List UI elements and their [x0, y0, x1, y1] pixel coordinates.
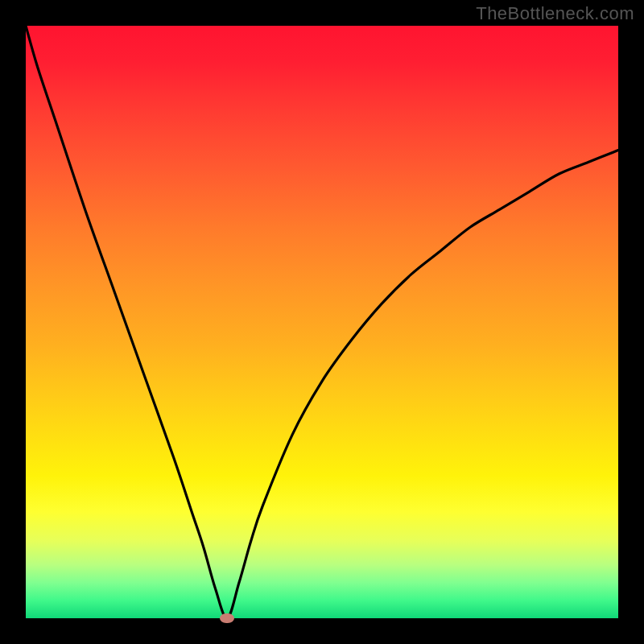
- minimum-marker: [220, 613, 234, 623]
- chart-container: TheBottleneck.com: [0, 0, 644, 644]
- watermark-text: TheBottleneck.com: [476, 3, 634, 24]
- bottleneck-curve: [26, 26, 618, 618]
- plot-area: [26, 26, 618, 618]
- curve-svg: [26, 26, 618, 618]
